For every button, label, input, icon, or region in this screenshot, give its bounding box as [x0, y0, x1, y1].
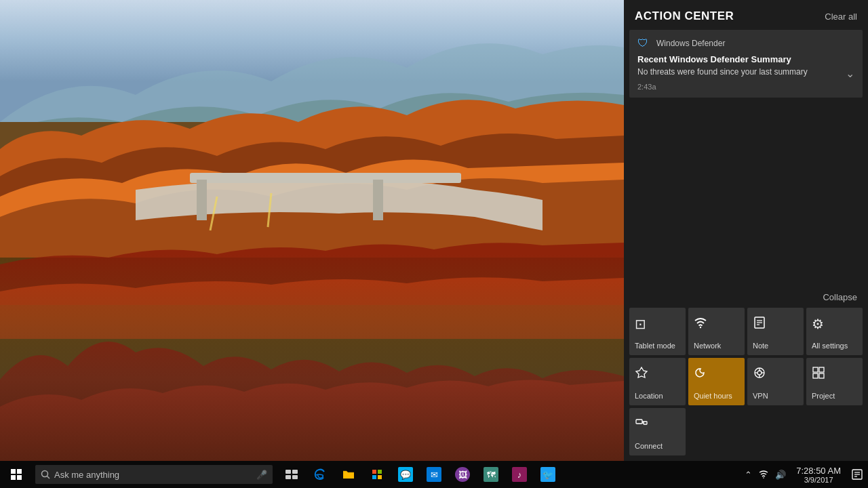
svg-rect-37 — [372, 475, 376, 479]
quick-tile-location[interactable]: Location — [629, 358, 686, 405]
volume-icon[interactable]: 🔊 — [773, 470, 788, 480]
tablet-mode-icon: ⊡ — [635, 316, 646, 332]
svg-rect-38 — [378, 475, 382, 479]
search-bar[interactable]: Ask me anything 🎤 — [35, 465, 273, 484]
network-label: Network — [694, 342, 721, 350]
quick-tile-connect[interactable]: Connect — [629, 408, 686, 455]
action-center-title: ACTION CENTER — [635, 9, 734, 23]
note-label: Note — [753, 342, 768, 350]
svg-rect-3 — [197, 180, 207, 220]
quick-tile-vpn[interactable]: VPN — [747, 358, 804, 405]
notification-header: 🛡 Windows Defender — [637, 37, 854, 50]
taskbar: Ask me anything 🎤 — [0, 461, 868, 488]
quick-tile-all-settings[interactable]: ⚙ All settings — [806, 308, 863, 355]
file-explorer-button[interactable] — [335, 461, 362, 488]
defender-icon: 🛡 — [637, 37, 651, 50]
action-center-header: ACTION CENTER Clear all — [624, 0, 868, 30]
quiet-hours-icon — [694, 366, 707, 383]
system-tray: ⌃ 🔊 7:28:50 AM 3/9/2017 — [740, 461, 868, 488]
all-settings-icon: ⚙ — [812, 316, 824, 332]
edge-browser-button[interactable] — [307, 461, 334, 488]
svg-rect-17 — [813, 367, 818, 372]
action-center-panel: ACTION CENTER Clear all 🛡 Windows Defend… — [624, 0, 868, 461]
tablet-mode-label: Tablet mode — [635, 342, 675, 350]
app-maps-button[interactable]: 🗺 — [477, 461, 505, 488]
svg-rect-32 — [292, 470, 298, 474]
project-icon — [812, 366, 825, 383]
quick-tile-project[interactable]: Project — [806, 358, 863, 405]
notification-body: No threats were found since your last su… — [637, 67, 854, 80]
svg-rect-19 — [813, 373, 818, 378]
task-view-button[interactable] — [278, 461, 305, 488]
svg-rect-22 — [644, 422, 647, 424]
svg-rect-35 — [372, 470, 376, 474]
svg-rect-4 — [373, 180, 383, 220]
connect-icon — [635, 416, 648, 433]
svg-rect-36 — [378, 470, 382, 474]
clock-display[interactable]: 7:28:50 AM 3/9/2017 — [791, 466, 846, 484]
collapse-button[interactable]: Collapse — [823, 292, 857, 302]
tray-icons: ⌃ 🔊 — [740, 469, 791, 481]
clear-all-button[interactable]: Clear all — [825, 12, 857, 22]
svg-line-30 — [47, 476, 50, 479]
all-settings-label: All settings — [812, 342, 848, 350]
connect-label: Connect — [635, 442, 663, 450]
svg-point-6 — [700, 327, 701, 328]
expand-notification-button[interactable]: ⌄ — [846, 67, 854, 80]
clock-date: 3/9/2017 — [804, 476, 833, 484]
desktop — [0, 0, 624, 461]
search-placeholder: Ask me anything — [54, 470, 119, 480]
location-label: Location — [635, 392, 663, 400]
taskbar-apps: 💬 ✉ 🖼 🗺 ♪ 🐦 — [278, 461, 561, 488]
quiet-hours-label: Quiet hours — [694, 392, 732, 400]
vpn-icon — [753, 366, 766, 383]
svg-rect-34 — [292, 475, 298, 479]
svg-rect-18 — [819, 367, 824, 372]
notification-app-name: Windows Defender — [656, 39, 725, 48]
network-icon — [694, 316, 707, 333]
notification-text: No threats were found since your last su… — [637, 67, 840, 77]
app-photos-button[interactable]: 🖼 — [449, 461, 476, 488]
vpn-label: VPN — [753, 392, 768, 400]
location-icon — [635, 366, 648, 383]
quick-actions-grid: ⊡ Tablet mode Network — [624, 305, 868, 461]
svg-rect-33 — [285, 475, 291, 479]
microphone-icon[interactable]: 🎤 — [256, 470, 267, 480]
network-tray-icon[interactable] — [757, 469, 770, 481]
quick-tile-network[interactable]: Network — [688, 308, 745, 355]
quick-tile-quiet-hours[interactable]: Quiet hours — [688, 358, 745, 405]
svg-rect-25 — [11, 469, 16, 474]
chevron-up-icon[interactable]: ⌃ — [743, 470, 754, 480]
svg-rect-26 — [17, 469, 22, 474]
notification-title: Recent Windows Defender Summary — [637, 54, 854, 64]
app-mail-button[interactable]: ✉ — [420, 461, 448, 488]
start-button[interactable] — [0, 461, 33, 488]
project-label: Project — [812, 392, 835, 400]
action-center-button[interactable] — [846, 461, 868, 488]
svg-rect-21 — [636, 420, 642, 424]
svg-point-12 — [757, 371, 762, 375]
svg-point-29 — [42, 471, 48, 477]
app-twitter-button[interactable]: 🐦 — [534, 461, 561, 488]
svg-rect-28 — [17, 475, 22, 480]
svg-rect-20 — [819, 373, 824, 378]
svg-rect-31 — [285, 470, 291, 474]
svg-rect-2 — [190, 173, 461, 183]
collapse-row: Collapse — [624, 288, 868, 305]
svg-point-39 — [763, 477, 764, 479]
notification-item: 🛡 Windows Defender Recent Windows Defend… — [629, 30, 863, 98]
svg-rect-27 — [11, 475, 16, 480]
notification-time: 2:43a — [637, 83, 854, 91]
clock-time: 7:28:50 AM — [796, 466, 841, 476]
app-groove-button[interactable]: ♪ — [506, 461, 533, 488]
store-button[interactable] — [363, 461, 391, 488]
quick-tile-note[interactable]: Note — [747, 308, 804, 355]
app-skype-button[interactable]: 💬 — [392, 461, 419, 488]
note-icon — [753, 316, 766, 333]
quick-tile-tablet-mode[interactable]: ⊡ Tablet mode — [629, 308, 686, 355]
